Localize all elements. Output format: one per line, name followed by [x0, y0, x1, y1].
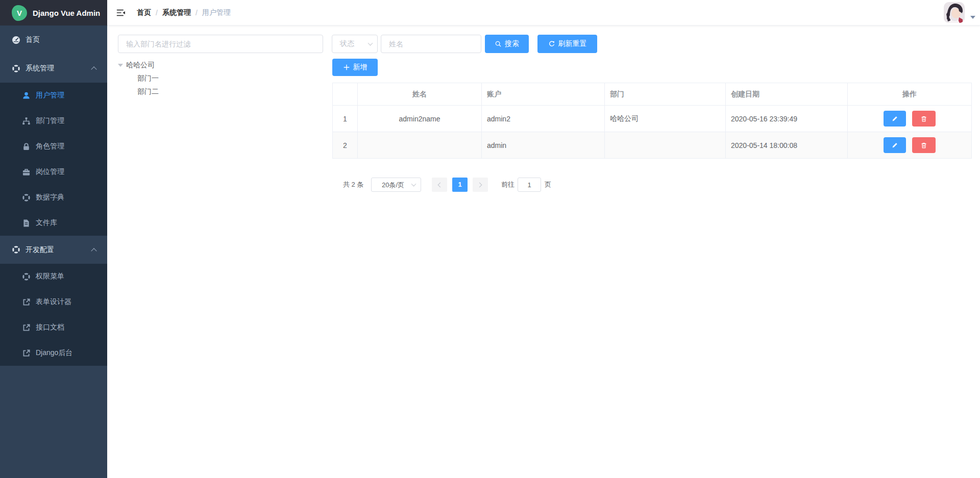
- pagination-prev-button[interactable]: [432, 178, 447, 192]
- sidebar: V Django Vue Admin 首页 系统管理: [0, 0, 107, 478]
- chevron-down-icon: [411, 182, 416, 187]
- add-button[interactable]: 新增: [332, 59, 378, 76]
- pagination-page-1[interactable]: 1: [452, 178, 468, 192]
- app-logo[interactable]: V Django Vue Admin: [0, 0, 107, 26]
- sidebar-item-posts[interactable]: 岗位管理: [0, 159, 107, 185]
- pagination-next-button[interactable]: [473, 178, 488, 192]
- sidebar-item-label: 用户管理: [36, 91, 64, 100]
- sidebar-group-system[interactable]: 系统管理: [0, 54, 107, 83]
- sidebar-item-django-admin[interactable]: Django后台: [0, 340, 107, 366]
- user-icon: [22, 91, 31, 100]
- tree-node-label: 部门二: [137, 87, 159, 96]
- tree-node-label: 部门一: [137, 74, 159, 83]
- dept-filter-input[interactable]: [126, 40, 315, 48]
- sidebar-item-label: 岗位管理: [36, 167, 64, 177]
- name-filter-input[interactable]: [389, 40, 473, 48]
- sidebar-toggle-icon[interactable]: [116, 8, 126, 18]
- pagination-goto-label: 前往: [501, 178, 514, 192]
- tree-expand-icon[interactable]: [118, 64, 123, 67]
- breadcrumb-separator: /: [195, 9, 198, 17]
- refresh-reset-button[interactable]: 刷新重置: [537, 35, 597, 53]
- sidebar-group-label: 系统管理: [26, 64, 54, 73]
- sidebar-item-dictionary[interactable]: 数据字典: [0, 185, 107, 210]
- row-edit-button[interactable]: [884, 111, 906, 127]
- col-header-account: 账户: [482, 83, 605, 106]
- page-size-select[interactable]: 20条/页: [371, 178, 421, 192]
- sidebar-item-form-designer[interactable]: 表单设计器: [0, 289, 107, 315]
- sidebar-item-label: Django后台: [36, 348, 72, 358]
- breadcrumb-system[interactable]: 系统管理: [162, 8, 191, 17]
- sidebar-item-api-docs[interactable]: 接口文档: [0, 315, 107, 340]
- breadcrumb-current: 用户管理: [202, 8, 231, 17]
- component-icon: [22, 193, 31, 202]
- name-filter-field: [381, 35, 481, 53]
- org-tree-icon: [22, 117, 31, 125]
- edit-pencil-icon: [891, 115, 898, 122]
- tree-node-company[interactable]: 哈哈公司: [118, 59, 155, 72]
- plus-icon: [343, 64, 350, 71]
- tree-node-dept1[interactable]: 部门一: [137, 72, 159, 85]
- logo-letter: V: [17, 9, 22, 17]
- briefcase-icon: [22, 168, 31, 177]
- vue-logo-icon: V: [12, 5, 27, 21]
- sidebar-item-label: 权限菜单: [36, 272, 64, 281]
- dept-filter-field: [118, 35, 323, 53]
- sidebar-submenu-system: 用户管理 部门管理 角色管理: [0, 83, 107, 236]
- cell-index: 1: [333, 106, 358, 132]
- search-icon: [495, 40, 502, 47]
- user-table: 姓名 账户 部门 创建日期 操作 1 admin2name admin2 哈哈公…: [332, 83, 972, 159]
- breadcrumb-separator: /: [156, 9, 158, 17]
- sidebar-item-label: 表单设计器: [36, 297, 71, 307]
- app-root: V Django Vue Admin 首页 系统管理: [0, 0, 980, 478]
- cell-account: admin: [482, 132, 605, 159]
- sidebar-item-label: 首页: [26, 35, 40, 44]
- table-row: 2 admin 2020-05-14 18:00:08: [333, 132, 972, 159]
- status-select[interactable]: 状态: [332, 35, 378, 53]
- chevron-up-icon: [91, 66, 96, 72]
- sidebar-group-devconfig[interactable]: 开发配置: [0, 236, 107, 264]
- external-link-icon: [22, 349, 31, 358]
- pagination-total: 共 2 条: [343, 178, 363, 192]
- row-delete-button[interactable]: [912, 137, 936, 153]
- cell-account: admin2: [482, 106, 605, 132]
- pagination-goto-field: [518, 178, 541, 192]
- refresh-icon: [548, 40, 555, 47]
- sidebar-item-files[interactable]: 文件库: [0, 210, 107, 236]
- file-icon: [22, 219, 31, 228]
- caret-down-icon[interactable]: [970, 16, 975, 19]
- sidebar-item-permission-menu[interactable]: 权限菜单: [0, 264, 107, 289]
- navbar: 首页 / 系统管理 / 用户管理: [107, 0, 980, 26]
- tree-node-label: 哈哈公司: [126, 61, 155, 70]
- trash-icon: [920, 142, 927, 149]
- sidebar-filler: [0, 366, 107, 478]
- sidebar-item-roles[interactable]: 角色管理: [0, 134, 107, 159]
- sidebar-item-home[interactable]: 首页: [0, 26, 107, 54]
- avatar[interactable]: [944, 2, 965, 23]
- component-icon: [12, 245, 20, 254]
- sidebar-item-users[interactable]: 用户管理: [0, 83, 107, 108]
- sidebar-group-label: 开发配置: [26, 245, 54, 255]
- pagination-goto-input[interactable]: [518, 179, 541, 192]
- external-link-icon: [22, 323, 31, 332]
- sidebar-menu: 首页 系统管理 用户管理: [0, 26, 107, 478]
- search-button[interactable]: 搜索: [485, 35, 529, 53]
- tree-node-dept2[interactable]: 部门二: [137, 85, 159, 98]
- status-select-value: 状态: [340, 39, 354, 48]
- component-icon: [22, 272, 31, 281]
- sidebar-item-departments[interactable]: 部门管理: [0, 108, 107, 134]
- cell-index: 2: [333, 132, 358, 159]
- pagination-page-unit: 页: [545, 178, 551, 192]
- cell-name: [358, 132, 482, 159]
- col-header-created: 创建日期: [726, 83, 848, 106]
- sidebar-item-label: 接口文档: [36, 323, 64, 332]
- row-actions: [853, 137, 966, 153]
- trash-icon: [920, 115, 927, 122]
- breadcrumb-home[interactable]: 首页: [137, 8, 151, 17]
- chevron-down-icon: [368, 41, 373, 46]
- row-delete-button[interactable]: [912, 111, 936, 127]
- row-edit-button[interactable]: [884, 137, 906, 153]
- sidebar-item-label: 文件库: [36, 218, 57, 228]
- page-size-value: 20条/页: [382, 181, 404, 189]
- dashboard-icon: [12, 36, 20, 44]
- sidebar-item-label: 数据字典: [36, 193, 64, 202]
